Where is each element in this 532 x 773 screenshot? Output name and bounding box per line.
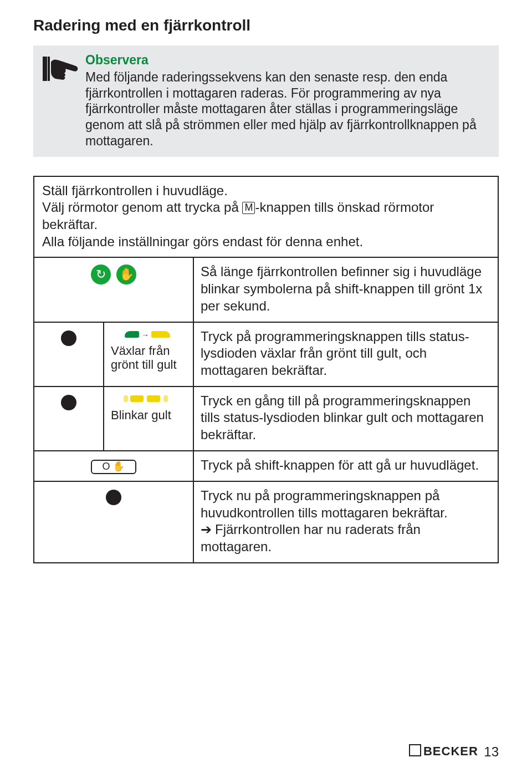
shift-key-icon: O ✋: [91, 460, 136, 474]
row4-text: Tryck på shift-knappen för att gå ur huv…: [193, 451, 498, 481]
brand-name: BECKER: [423, 744, 478, 758]
intro-line-3: Alla följande inställningar görs endast …: [42, 233, 490, 251]
table-row: Blinkar gult Tryck en gång till på progr…: [34, 387, 498, 451]
row5-text: Tryck nu på programmeringsknappen på huv…: [201, 487, 491, 521]
page-title: Radering med en fjärrkontroll: [33, 17, 499, 34]
row2-text: Tryck på programmeringsknappen tills sta…: [193, 322, 498, 387]
notice-heading: Observera: [85, 52, 489, 68]
intro-line-2: Välj rörmotor genom att trycka på M-knap…: [42, 199, 490, 233]
row3-text: Tryck en gång till på programmeringsknap…: [193, 387, 498, 451]
brand-logo-icon: [409, 744, 421, 756]
row5-result: Fjärrkontrollen har nu raderats från mot…: [201, 522, 421, 554]
m-key-icon: M: [242, 202, 255, 214]
table-row: ↻ ✋ Så länge fjärrkontrollen befinner si…: [34, 257, 498, 322]
svg-rect-1: [48, 57, 50, 81]
button-icon: [61, 330, 76, 346]
notice-body-text: Med följande raderingssekvens kan den se…: [85, 69, 489, 149]
led-label: Blinkar gult: [111, 408, 186, 423]
pointing-hand-icon: [41, 53, 80, 84]
intro-line-1: Ställ fjärrkontrollen i huvudläge.: [42, 182, 490, 200]
button-icon: [61, 395, 76, 410]
led-arc-blink-yellow-icon: [124, 394, 173, 406]
instruction-table: Ställ fjärrkontrollen i huvudläge. Välj …: [33, 176, 499, 563]
table-row: O ✋ Tryck på shift-knappen för att gå ur…: [34, 451, 498, 481]
led-arc-green-to-yellow-icon: →: [124, 329, 173, 342]
page-footer: BECKER 13: [409, 744, 499, 760]
row1-text: Så länge fjärrkontrollen befinner sig i …: [193, 257, 498, 322]
led-label: Växlar från grönt till gult: [111, 344, 186, 372]
svg-rect-0: [43, 57, 47, 81]
notice-box: Observera Med följande raderingssekvens …: [33, 45, 499, 157]
page-number: 13: [484, 744, 499, 759]
table-row: Tryck nu på programmeringsknappen på huv…: [34, 481, 498, 563]
arrow-right-icon: ➔: [201, 521, 212, 538]
button-icon: [106, 490, 121, 505]
table-row: → Växlar från grönt till gult Tryck på p…: [34, 322, 498, 387]
hand-icon: ✋: [116, 265, 136, 284]
refresh-icon: ↻: [91, 265, 111, 284]
